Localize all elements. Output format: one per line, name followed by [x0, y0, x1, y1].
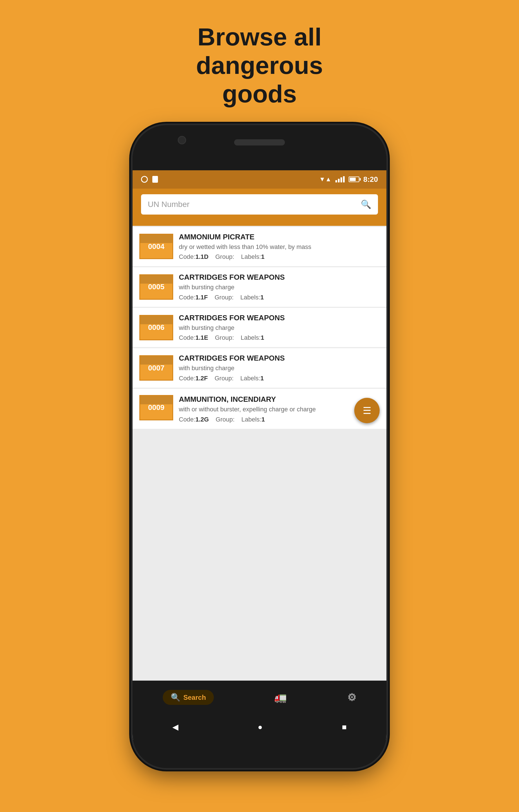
- meta-labels: Labels:1: [240, 294, 264, 301]
- back-button[interactable]: ◀: [172, 722, 179, 732]
- meta-code: Code:1.1F: [179, 294, 208, 301]
- meta-code: Code:1.2F: [179, 375, 208, 382]
- un-badge-0006: 0006: [139, 315, 173, 340]
- item-description: with bursting charge: [179, 364, 380, 373]
- app-header: UN Number 🔍: [133, 188, 386, 226]
- item-meta: Code:1.1D Group: Labels:1: [179, 253, 380, 261]
- bottom-navigation: 🔍 Search 🚛 ⚙: [133, 680, 386, 715]
- item-title: AMMONIUM PICRATE: [179, 233, 380, 241]
- item-description: with bursting charge: [179, 283, 380, 292]
- status-bar: ▼▲ 8:20: [133, 170, 386, 188]
- list-item[interactable]: 0004 AMMONIUM PICRATE dry or wetted with…: [133, 227, 386, 266]
- meta-code: Code:1.2G: [179, 416, 209, 423]
- un-badge-0005: 0005: [139, 274, 173, 300]
- item-meta: Code:1.2F Group: Labels:1: [179, 375, 380, 382]
- status-right-icons: ▼▲ 8:20: [319, 175, 378, 184]
- meta-labels: Labels:1: [240, 375, 264, 382]
- search-nav-icon: 🔍: [171, 693, 181, 702]
- item-info-0007: CARTRIDGES FOR WEAPONS with bursting cha…: [179, 354, 380, 382]
- meta-group: Group:: [215, 253, 234, 261]
- meta-labels: Labels:1: [242, 416, 265, 423]
- item-description: with bursting charge: [179, 324, 380, 332]
- item-title: CARTRIDGES FOR WEAPONS: [179, 314, 380, 322]
- phone-bottom-bezel: [133, 740, 386, 768]
- phone-top-bezel: [133, 125, 386, 170]
- wifi-icon: ▼▲: [319, 176, 331, 183]
- meta-code: Code:1.1E: [179, 334, 208, 342]
- page-title: Browse all dangerous goods: [133, 23, 386, 108]
- item-meta: Code:1.1F Group: Labels:1: [179, 294, 380, 301]
- list-item[interactable]: 0006 CARTRIDGES FOR WEAPONS with burstin…: [133, 308, 386, 347]
- search-placeholder-text: UN Number: [148, 200, 357, 209]
- item-info-0005: CARTRIDGES FOR WEAPONS with bursting cha…: [179, 273, 380, 301]
- list-item[interactable]: 0009 AMMUNITION, INCENDIARY with or with…: [133, 389, 386, 429]
- hamburger-icon: ☰: [363, 406, 371, 415]
- fab-menu-button[interactable]: ☰: [354, 398, 380, 423]
- meta-code: Code:1.1D: [179, 253, 209, 261]
- phone-speaker: [234, 139, 285, 145]
- status-sim-icon: [152, 176, 158, 183]
- android-navigation: ◀ ● ■: [133, 715, 386, 740]
- phone-screen: ▼▲ 8:20 UN Number 🔍: [133, 170, 386, 740]
- signal-bars: [335, 176, 345, 182]
- meta-group: Group:: [216, 416, 235, 423]
- item-meta: Code:1.2G Group: Labels:1: [179, 416, 380, 423]
- item-description: with or without burster, expelling charg…: [179, 405, 380, 414]
- item-info-0006: CARTRIDGES FOR WEAPONS with bursting cha…: [179, 314, 380, 342]
- item-description: dry or wetted with less than 10% water, …: [179, 243, 380, 251]
- search-bar[interactable]: UN Number 🔍: [141, 194, 378, 214]
- un-badge-0004: 0004: [139, 234, 173, 259]
- battery-icon: [349, 176, 359, 182]
- list-item[interactable]: 0007 CARTRIDGES FOR WEAPONS with burstin…: [133, 348, 386, 388]
- item-title: AMMUNITION, INCENDIARY: [179, 395, 380, 404]
- nav-search-button[interactable]: 🔍 Search: [163, 690, 214, 705]
- item-meta: Code:1.1E Group: Labels:1: [179, 334, 380, 342]
- dangerous-goods-list: 0004 AMMONIUM PICRATE dry or wetted with…: [133, 226, 386, 680]
- status-left-icons: [141, 176, 158, 183]
- un-badge-0009: 0009: [139, 395, 173, 420]
- status-circle-icon: [141, 176, 148, 183]
- recent-button[interactable]: ■: [342, 723, 347, 732]
- search-nav-label: Search: [183, 694, 206, 701]
- status-time: 8:20: [363, 175, 378, 184]
- meta-group: Group:: [215, 375, 234, 382]
- nav-settings-button[interactable]: ⚙: [347, 692, 356, 703]
- item-title: CARTRIDGES FOR WEAPONS: [179, 354, 380, 362]
- search-icon: 🔍: [361, 199, 371, 209]
- item-info-0004: AMMONIUM PICRATE dry or wetted with less…: [179, 233, 380, 261]
- phone-camera: [178, 136, 186, 144]
- settings-nav-icon: ⚙: [347, 692, 356, 703]
- phone-device: ▼▲ 8:20 UN Number 🔍: [133, 125, 386, 768]
- nav-transport-button[interactable]: 🚛: [274, 692, 287, 703]
- meta-labels: Labels:1: [241, 253, 264, 261]
- meta-labels: Labels:1: [241, 334, 264, 342]
- item-info-0009: AMMUNITION, INCENDIARY with or without b…: [179, 395, 380, 423]
- home-button[interactable]: ●: [258, 723, 263, 732]
- list-item[interactable]: 0005 CARTRIDGES FOR WEAPONS with burstin…: [133, 267, 386, 307]
- transport-nav-icon: 🚛: [274, 692, 287, 703]
- item-title: CARTRIDGES FOR WEAPONS: [179, 273, 380, 282]
- un-badge-0007: 0007: [139, 355, 173, 381]
- meta-group: Group:: [215, 334, 234, 342]
- meta-group: Group:: [215, 294, 234, 301]
